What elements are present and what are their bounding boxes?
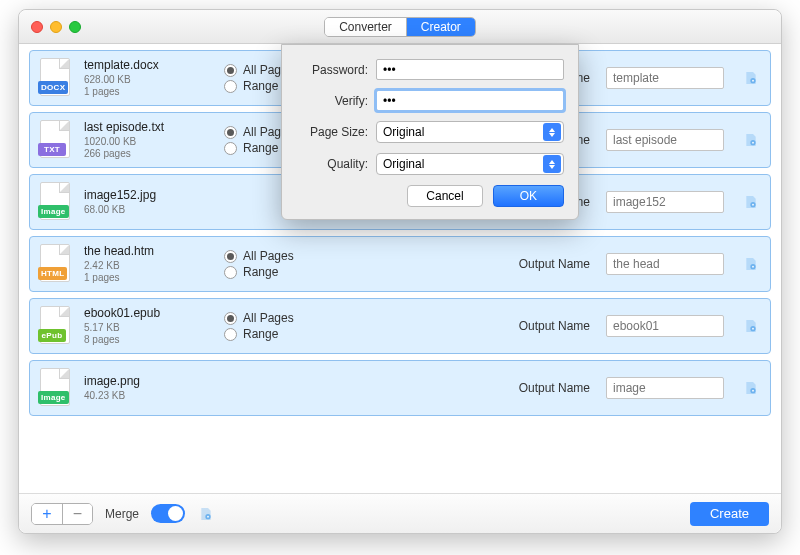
quality-select[interactable]: Original xyxy=(376,153,564,175)
range-radio[interactable]: Range xyxy=(224,327,394,341)
file-name: template.docx xyxy=(84,58,214,72)
file-name: ebook01.epub xyxy=(84,306,214,320)
stepper-icon xyxy=(543,155,561,173)
svg-point-1 xyxy=(752,80,754,82)
merge-toggle[interactable] xyxy=(151,504,185,523)
row-settings-icon[interactable] xyxy=(742,255,760,273)
file-meta: last episode.txt 1020.00 KB 266 pages xyxy=(84,120,214,161)
file-pages: 1 pages xyxy=(84,86,214,99)
file-type-tag: HTML xyxy=(38,267,67,280)
file-meta: the head.htm 2.42 KB 1 pages xyxy=(84,244,214,285)
file-size: 1020.00 KB xyxy=(84,136,214,149)
file-type-tag: TXT xyxy=(38,143,66,156)
output-name-label: Output Name xyxy=(519,257,590,271)
file-pages: 1 pages xyxy=(84,272,214,285)
verify-label: Verify: xyxy=(296,94,368,108)
create-button[interactable]: Create xyxy=(690,502,769,526)
merge-settings-icon[interactable] xyxy=(197,505,215,523)
output-name-field[interactable] xyxy=(606,129,724,151)
add-remove-control: + − xyxy=(31,503,93,525)
add-file-button[interactable]: + xyxy=(32,504,62,524)
page-selection: All Pages Range xyxy=(224,247,394,281)
file-name: image.png xyxy=(84,374,214,388)
page-selection: All Pages Range xyxy=(224,309,394,343)
file-type-icon: HTML xyxy=(40,244,74,284)
file-type-icon: Image xyxy=(40,182,74,222)
row-settings-icon[interactable] xyxy=(742,69,760,87)
file-type-icon: Image xyxy=(40,368,74,408)
output-name-field[interactable] xyxy=(606,315,724,337)
file-meta: ebook01.epub 5.17 KB 8 pages xyxy=(84,306,214,347)
mode-segmented-control: Converter Creator xyxy=(324,17,476,37)
row-settings-icon[interactable] xyxy=(742,379,760,397)
remove-file-button[interactable]: − xyxy=(62,504,92,524)
file-name: the head.htm xyxy=(84,244,214,258)
file-type-icon: ePub xyxy=(40,306,74,346)
traffic-lights xyxy=(31,21,81,33)
file-row[interactable]: Image image.png 40.23 KB Output Name xyxy=(29,360,771,416)
file-type-icon: DOCX xyxy=(40,58,74,98)
file-meta: image.png 40.23 KB xyxy=(84,374,214,403)
svg-point-7 xyxy=(752,266,754,268)
file-meta: image152.jpg 68.00 KB xyxy=(84,188,214,217)
file-row[interactable]: ePub ebook01.epub 5.17 KB 8 pages All Pa… xyxy=(29,298,771,354)
quality-label: Quality: xyxy=(296,157,368,171)
app-window: Converter Creator DOCX template.docx 628… xyxy=(18,9,782,534)
file-name: last episode.txt xyxy=(84,120,214,134)
minimize-window-button[interactable] xyxy=(50,21,62,33)
file-size: 5.17 KB xyxy=(84,322,214,335)
output-name-label: Output Name xyxy=(519,381,590,395)
file-pages: 8 pages xyxy=(84,334,214,347)
svg-point-11 xyxy=(752,390,754,392)
svg-point-5 xyxy=(752,204,754,206)
row-settings-icon[interactable] xyxy=(742,317,760,335)
merge-label: Merge xyxy=(105,507,139,521)
all-pages-radio[interactable]: All Pages xyxy=(224,249,394,263)
row-settings-icon[interactable] xyxy=(742,193,760,211)
output-name-field[interactable] xyxy=(606,377,724,399)
all-pages-radio[interactable]: All Pages xyxy=(224,311,394,325)
close-window-button[interactable] xyxy=(31,21,43,33)
output-name-field[interactable] xyxy=(606,253,724,275)
file-type-tag: DOCX xyxy=(38,81,68,94)
svg-point-9 xyxy=(752,328,754,330)
stepper-icon xyxy=(543,123,561,141)
svg-point-3 xyxy=(752,142,754,144)
file-type-tag: Image xyxy=(38,391,69,404)
ok-button[interactable]: OK xyxy=(493,185,564,207)
output-name-field[interactable] xyxy=(606,191,724,213)
file-size: 628.00 KB xyxy=(84,74,214,87)
pagesize-select[interactable]: Original xyxy=(376,121,564,143)
zoom-window-button[interactable] xyxy=(69,21,81,33)
file-name: image152.jpg xyxy=(84,188,214,202)
svg-point-13 xyxy=(207,515,209,517)
file-type-tag: ePub xyxy=(38,329,66,342)
cancel-button[interactable]: Cancel xyxy=(407,185,482,207)
tab-creator[interactable]: Creator xyxy=(406,18,475,36)
file-type-icon: TXT xyxy=(40,120,74,160)
file-size: 68.00 KB xyxy=(84,204,214,217)
output-name-label: Output Name xyxy=(519,319,590,333)
file-pages: 266 pages xyxy=(84,148,214,161)
file-meta: template.docx 628.00 KB 1 pages xyxy=(84,58,214,99)
file-size: 40.23 KB xyxy=(84,390,214,403)
password-field[interactable] xyxy=(376,59,564,80)
pagesize-value: Original xyxy=(383,125,424,139)
titlebar: Converter Creator xyxy=(19,10,781,44)
pagesize-label: Page Size: xyxy=(296,125,368,139)
file-type-tag: Image xyxy=(38,205,69,218)
row-settings-icon[interactable] xyxy=(742,131,760,149)
settings-modal: Password: Verify: Page Size: Original Qu… xyxy=(281,44,579,220)
file-row[interactable]: HTML the head.htm 2.42 KB 1 pages All Pa… xyxy=(29,236,771,292)
quality-value: Original xyxy=(383,157,424,171)
tab-converter[interactable]: Converter xyxy=(325,18,406,36)
password-label: Password: xyxy=(296,63,368,77)
file-size: 2.42 KB xyxy=(84,260,214,273)
verify-field[interactable] xyxy=(376,90,564,111)
range-radio[interactable]: Range xyxy=(224,265,394,279)
footer-toolbar: + − Merge Create xyxy=(19,493,781,533)
output-name-field[interactable] xyxy=(606,67,724,89)
